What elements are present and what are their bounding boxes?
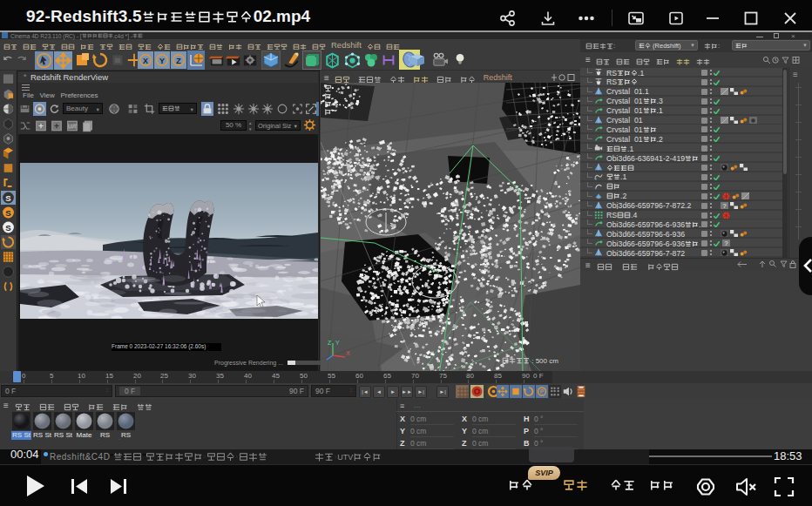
- svg-text:P: P: [540, 388, 545, 395]
- svg-text:?: ?: [725, 240, 728, 247]
- svg-text:Z: Z: [176, 57, 181, 65]
- svg-text:S: S: [5, 223, 11, 233]
- svg-text:Y: Y: [335, 340, 340, 346]
- svg-text:Z: Z: [328, 340, 332, 346]
- svg-text:?: ?: [723, 202, 727, 210]
- svg-text:X: X: [346, 350, 350, 356]
- svg-text:S: S: [5, 208, 11, 218]
- svg-text:LUT: LUT: [68, 124, 78, 129]
- svg-text:S: S: [5, 193, 11, 203]
- svg-text:X: X: [143, 57, 148, 65]
- svg-text:Y: Y: [159, 57, 165, 65]
